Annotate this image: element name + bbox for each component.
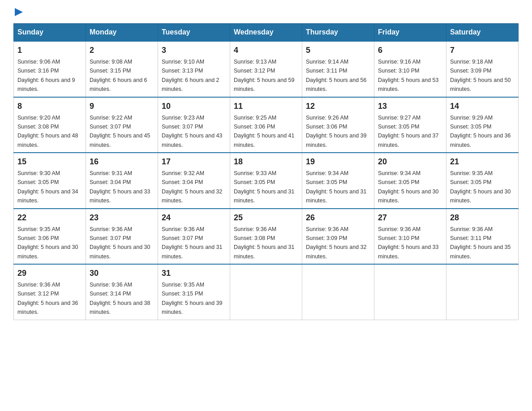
calendar-cell: 10 Sunrise: 9:23 AMSunset: 3:07 PMDaylig… [158, 97, 230, 153]
header-sunday: Sunday [14, 24, 86, 42]
header-wednesday: Wednesday [230, 24, 302, 42]
day-number: 29 [17, 267, 82, 279]
week-row-4: 22 Sunrise: 9:35 AMSunset: 3:06 PMDaylig… [14, 209, 519, 265]
calendar-cell: 11 Sunrise: 9:25 AMSunset: 3:06 PMDaylig… [230, 97, 302, 153]
svg-marker-0 [15, 8, 23, 16]
day-number: 4 [234, 44, 298, 56]
day-number: 15 [17, 156, 82, 168]
calendar-cell: 26 Sunrise: 9:36 AMSunset: 3:09 PMDaylig… [302, 209, 374, 265]
day-number: 2 [90, 44, 154, 56]
calendar-cell: 29 Sunrise: 9:36 AMSunset: 3:12 PMDaylig… [14, 264, 86, 320]
day-info: Sunrise: 9:36 AMSunset: 3:08 PMDaylight:… [234, 226, 295, 260]
week-row-2: 8 Sunrise: 9:20 AMSunset: 3:08 PMDayligh… [14, 97, 519, 153]
week-row-5: 29 Sunrise: 9:36 AMSunset: 3:12 PMDaylig… [14, 264, 519, 320]
day-info: Sunrise: 9:34 AMSunset: 3:05 PMDaylight:… [378, 170, 439, 204]
day-info: Sunrise: 9:33 AMSunset: 3:05 PMDaylight:… [234, 170, 295, 204]
day-info: Sunrise: 9:35 AMSunset: 3:06 PMDaylight:… [17, 226, 78, 260]
day-info: Sunrise: 9:22 AMSunset: 3:07 PMDaylight:… [90, 115, 150, 148]
day-number: 8 [17, 100, 82, 112]
calendar-cell: 24 Sunrise: 9:36 AMSunset: 3:07 PMDaylig… [158, 209, 230, 265]
calendar-cell: 13 Sunrise: 9:27 AMSunset: 3:05 PMDaylig… [374, 97, 446, 153]
calendar-cell: 19 Sunrise: 9:34 AMSunset: 3:05 PMDaylig… [302, 153, 374, 209]
day-info: Sunrise: 9:36 AMSunset: 3:12 PMDaylight:… [17, 282, 78, 315]
day-info: Sunrise: 9:27 AMSunset: 3:05 PMDaylight:… [378, 115, 439, 148]
day-info: Sunrise: 9:25 AMSunset: 3:06 PMDaylight:… [234, 115, 295, 148]
day-number: 16 [90, 156, 154, 168]
day-info: Sunrise: 9:35 AMSunset: 3:05 PMDaylight:… [450, 170, 511, 204]
day-info: Sunrise: 9:36 AMSunset: 3:07 PMDaylight:… [90, 226, 150, 260]
day-info: Sunrise: 9:34 AMSunset: 3:05 PMDaylight:… [306, 170, 367, 204]
header-friday: Friday [374, 24, 446, 42]
calendar-cell [230, 264, 302, 320]
day-info: Sunrise: 9:29 AMSunset: 3:05 PMDaylight:… [450, 115, 511, 148]
day-number: 30 [90, 267, 154, 279]
calendar-cell: 16 Sunrise: 9:31 AMSunset: 3:04 PMDaylig… [86, 153, 158, 209]
calendar-cell: 20 Sunrise: 9:34 AMSunset: 3:05 PMDaylig… [374, 153, 446, 209]
day-info: Sunrise: 9:08 AMSunset: 3:15 PMDaylight:… [90, 59, 147, 92]
calendar-table: SundayMondayTuesdayWednesdayThursdayFrid… [13, 23, 519, 320]
week-row-3: 15 Sunrise: 9:30 AMSunset: 3:05 PMDaylig… [14, 153, 519, 209]
page-header [13, 9, 519, 14]
day-info: Sunrise: 9:36 AMSunset: 3:09 PMDaylight:… [306, 226, 367, 260]
calendar-cell: 14 Sunrise: 9:29 AMSunset: 3:05 PMDaylig… [446, 97, 519, 153]
day-number: 20 [378, 156, 442, 168]
day-number: 21 [450, 156, 515, 168]
day-number: 12 [306, 100, 370, 112]
day-number: 22 [17, 212, 82, 224]
calendar-cell [302, 264, 374, 320]
day-info: Sunrise: 9:26 AMSunset: 3:06 PMDaylight:… [306, 115, 367, 148]
calendar-cell: 17 Sunrise: 9:32 AMSunset: 3:04 PMDaylig… [158, 153, 230, 209]
day-number: 18 [234, 156, 298, 168]
day-info: Sunrise: 9:23 AMSunset: 3:07 PMDaylight:… [162, 115, 223, 148]
calendar-cell: 27 Sunrise: 9:36 AMSunset: 3:10 PMDaylig… [374, 209, 446, 265]
calendar-cell: 25 Sunrise: 9:36 AMSunset: 3:08 PMDaylig… [230, 209, 302, 265]
calendar-cell: 31 Sunrise: 9:35 AMSunset: 3:15 PMDaylig… [158, 264, 230, 320]
calendar-cell: 28 Sunrise: 9:36 AMSunset: 3:11 PMDaylig… [446, 209, 519, 265]
day-info: Sunrise: 9:32 AMSunset: 3:04 PMDaylight:… [162, 170, 223, 204]
day-number: 9 [90, 100, 154, 112]
calendar-cell: 2 Sunrise: 9:08 AMSunset: 3:15 PMDayligh… [86, 41, 158, 97]
day-number: 13 [378, 100, 442, 112]
day-info: Sunrise: 9:13 AMSunset: 3:12 PMDaylight:… [234, 59, 295, 92]
day-number: 7 [450, 44, 515, 56]
day-number: 10 [162, 100, 226, 112]
day-info: Sunrise: 9:10 AMSunset: 3:13 PMDaylight:… [162, 59, 219, 92]
day-number: 17 [162, 156, 226, 168]
day-number: 1 [17, 44, 82, 56]
day-info: Sunrise: 9:36 AMSunset: 3:14 PMDaylight:… [90, 282, 150, 315]
day-info: Sunrise: 9:36 AMSunset: 3:11 PMDaylight:… [450, 226, 511, 260]
day-number: 28 [450, 212, 515, 224]
day-number: 19 [306, 156, 370, 168]
header-tuesday: Tuesday [158, 24, 230, 42]
header-saturday: Saturday [446, 24, 519, 42]
day-info: Sunrise: 9:30 AMSunset: 3:05 PMDaylight:… [17, 170, 78, 204]
day-number: 25 [234, 212, 298, 224]
day-number: 31 [162, 267, 226, 279]
day-info: Sunrise: 9:06 AMSunset: 3:16 PMDaylight:… [17, 59, 75, 92]
calendar-cell: 7 Sunrise: 9:18 AMSunset: 3:09 PMDayligh… [446, 41, 519, 97]
day-number: 3 [162, 44, 226, 56]
calendar-cell: 9 Sunrise: 9:22 AMSunset: 3:07 PMDayligh… [86, 97, 158, 153]
calendar-cell: 1 Sunrise: 9:06 AMSunset: 3:16 PMDayligh… [14, 41, 86, 97]
calendar-cell: 12 Sunrise: 9:26 AMSunset: 3:06 PMDaylig… [302, 97, 374, 153]
calendar-cell: 6 Sunrise: 9:16 AMSunset: 3:10 PMDayligh… [374, 41, 446, 97]
day-info: Sunrise: 9:18 AMSunset: 3:09 PMDaylight:… [450, 59, 511, 92]
day-number: 6 [378, 44, 442, 56]
header-monday: Monday [86, 24, 158, 42]
day-info: Sunrise: 9:20 AMSunset: 3:08 PMDaylight:… [17, 115, 78, 148]
week-row-1: 1 Sunrise: 9:06 AMSunset: 3:16 PMDayligh… [14, 41, 519, 97]
day-number: 14 [450, 100, 515, 112]
calendar-header: SundayMondayTuesdayWednesdayThursdayFrid… [14, 24, 519, 42]
day-info: Sunrise: 9:16 AMSunset: 3:10 PMDaylight:… [378, 59, 439, 92]
calendar-cell: 23 Sunrise: 9:36 AMSunset: 3:07 PMDaylig… [86, 209, 158, 265]
header-thursday: Thursday [302, 24, 374, 42]
calendar-cell: 21 Sunrise: 9:35 AMSunset: 3:05 PMDaylig… [446, 153, 519, 209]
calendar-cell: 30 Sunrise: 9:36 AMSunset: 3:14 PMDaylig… [86, 264, 158, 320]
day-info: Sunrise: 9:14 AMSunset: 3:11 PMDaylight:… [306, 59, 367, 92]
calendar-cell: 5 Sunrise: 9:14 AMSunset: 3:11 PMDayligh… [302, 41, 374, 97]
day-number: 27 [378, 212, 442, 224]
day-number: 24 [162, 212, 226, 224]
day-info: Sunrise: 9:36 AMSunset: 3:10 PMDaylight:… [378, 226, 439, 260]
logo [13, 9, 23, 14]
day-info: Sunrise: 9:36 AMSunset: 3:07 PMDaylight:… [162, 226, 223, 260]
